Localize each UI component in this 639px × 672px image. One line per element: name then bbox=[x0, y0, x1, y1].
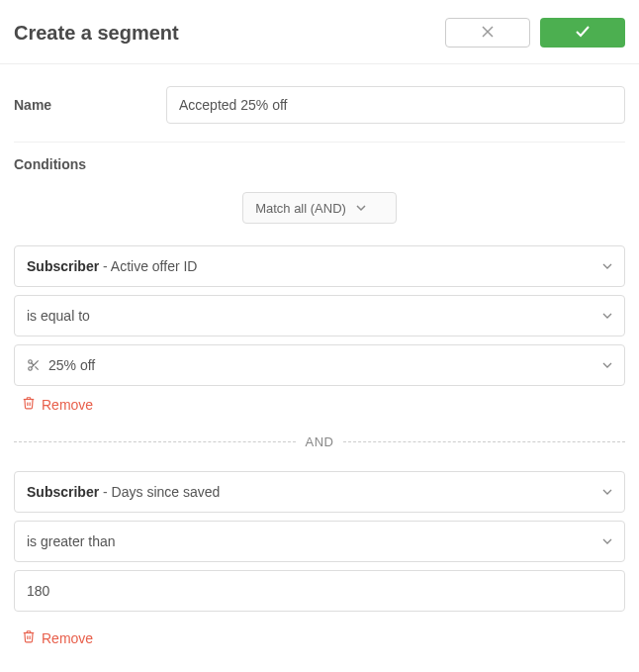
remove-button[interactable]: Remove bbox=[22, 396, 625, 413]
close-icon bbox=[482, 25, 494, 41]
chevron-down-icon bbox=[602, 533, 612, 549]
cancel-button[interactable] bbox=[445, 18, 530, 48]
field-select[interactable]: Subscriber - Days since saved bbox=[14, 471, 625, 513]
match-mode-select[interactable]: Match all (AND) bbox=[242, 192, 397, 224]
header-actions bbox=[445, 18, 625, 48]
trash-icon bbox=[22, 629, 36, 646]
chevron-down-icon bbox=[602, 258, 612, 274]
name-input[interactable] bbox=[166, 86, 625, 124]
chevron-down-icon bbox=[602, 357, 612, 373]
chevron-down-icon bbox=[356, 203, 366, 213]
match-mode-value: Match all (AND) bbox=[255, 201, 346, 216]
divider-line bbox=[343, 441, 625, 442]
operator-value: is greater than bbox=[27, 533, 116, 549]
chevron-down-icon bbox=[602, 308, 612, 324]
svg-point-2 bbox=[29, 360, 33, 364]
dialog-body: Name Conditions Match all (AND) Subscrib… bbox=[0, 64, 639, 672]
value-select[interactable]: 25% off bbox=[14, 344, 625, 386]
check-icon bbox=[575, 24, 591, 43]
conditions-label: Conditions bbox=[14, 156, 625, 172]
value-input[interactable] bbox=[14, 570, 625, 612]
confirm-button[interactable] bbox=[540, 18, 625, 48]
svg-line-5 bbox=[35, 366, 38, 369]
svg-point-3 bbox=[29, 367, 33, 371]
value-text: 25% off bbox=[48, 357, 95, 373]
condition-rule: Subscriber - Active offer ID is equal to… bbox=[14, 245, 625, 413]
remove-button[interactable]: Remove bbox=[22, 629, 625, 646]
condition-rule: Subscriber - Days since saved is greater… bbox=[14, 471, 625, 646]
name-label: Name bbox=[14, 97, 142, 113]
trash-icon bbox=[22, 396, 36, 413]
field-value: Subscriber - Active offer ID bbox=[27, 258, 197, 274]
operator-select[interactable]: is greater than bbox=[14, 521, 625, 562]
separator-label: AND bbox=[296, 434, 344, 449]
operator-value: is equal to bbox=[27, 308, 90, 324]
dialog-header: Create a segment bbox=[0, 0, 639, 64]
remove-label: Remove bbox=[42, 397, 93, 413]
and-separator: AND bbox=[14, 434, 625, 449]
field-value: Subscriber - Days since saved bbox=[27, 484, 220, 500]
chevron-down-icon bbox=[602, 484, 612, 500]
name-row: Name bbox=[14, 80, 625, 143]
match-mode-row: Match all (AND) bbox=[14, 192, 625, 224]
field-select[interactable]: Subscriber - Active offer ID bbox=[14, 245, 625, 287]
remove-label: Remove bbox=[42, 630, 93, 646]
svg-line-6 bbox=[32, 363, 34, 365]
scissors-icon bbox=[27, 358, 41, 372]
divider-line bbox=[14, 441, 296, 442]
operator-select[interactable]: is equal to bbox=[14, 295, 625, 336]
dialog-title: Create a segment bbox=[14, 22, 179, 45]
